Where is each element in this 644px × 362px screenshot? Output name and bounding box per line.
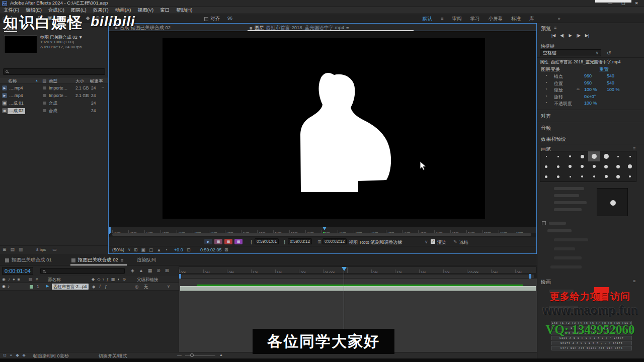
- last-frame-button[interactable]: ▶|: [585, 33, 589, 38]
- layer-switch-icons[interactable]: ◆/ƒ: [92, 284, 107, 289]
- panel-menu-icon[interactable]: ≡: [554, 25, 556, 30]
- snapshot-icon[interactable]: ⊡: [187, 247, 191, 252]
- row-name[interactable]: …成 01: [9, 101, 24, 107]
- column-parent-link[interactable]: 父级和链接: [137, 277, 158, 283]
- label-chip[interactable]: [43, 86, 46, 89]
- video-canvas[interactable]: [163, 38, 485, 219]
- workspace-menu-icon[interactable]: ≡: [441, 16, 444, 22]
- out-point-timecode[interactable]: 0:59:03:12: [288, 238, 312, 244]
- table-row[interactable]: ▶ ….mp4 Importe… 2.1 GB 24: [0, 92, 108, 100]
- timeline-option-icons[interactable]: ◈▲▦⊘⊞: [131, 268, 169, 273]
- shortcut-dropdown[interactable]: 空格键∨: [540, 49, 601, 56]
- workspace-tab-standard[interactable]: 标准: [511, 16, 521, 22]
- work-area-thumb[interactable]: [181, 275, 534, 278]
- anchor-y-value[interactable]: 540: [607, 73, 614, 78]
- caret-down-icon[interactable]: ▼: [78, 35, 83, 40]
- pickwhip-icon[interactable]: ◎: [135, 284, 138, 289]
- stopwatch-icon[interactable]: ◔: [545, 80, 547, 85]
- roto-tool-chip-icon[interactable]: ▶: [204, 239, 212, 244]
- snap-align-toggle[interactable]: 对齐: [204, 16, 220, 22]
- chevron-down-icon[interactable]: ∨: [167, 284, 170, 289]
- rotation-value[interactable]: 0x+0°: [584, 94, 596, 99]
- prev-frame-button[interactable]: ◀|: [560, 33, 564, 38]
- twirl-icon[interactable]: ▶: [46, 284, 49, 288]
- panel-menu-icon[interactable]: ≡: [633, 279, 635, 284]
- menu-item-help[interactable]: 帮助(H): [176, 7, 192, 14]
- work-area-start-marker[interactable]: [179, 274, 181, 279]
- scale-y-value[interactable]: 100 %: [607, 87, 620, 92]
- trash-icon[interactable]: ▭: [52, 247, 57, 252]
- tab-comp-02[interactable]: 抠图已关联合成 02≡: [71, 257, 123, 263]
- timeline-current-time[interactable]: 0:00:01:04: [2, 267, 33, 275]
- project-table-header[interactable]: 名称 ▲ ▤ 类型 大小 帧速率: [0, 77, 108, 84]
- zoom-slider-knob[interactable]: [190, 353, 194, 357]
- stopwatch-icon[interactable]: ◔: [545, 87, 547, 92]
- column-size[interactable]: 大小: [75, 78, 84, 84]
- workspace-tab-learn[interactable]: 学习: [470, 16, 480, 22]
- work-area-bar[interactable]: [179, 274, 537, 279]
- table-row-selected[interactable]: ▦ …成 02 合成 24: [0, 107, 108, 115]
- panel-menu-icon[interactable]: ≡: [633, 146, 635, 151]
- brush-spacing-checkbox[interactable]: [542, 221, 546, 225]
- row-name[interactable]: …成 02: [8, 108, 25, 114]
- play-button[interactable]: ▶: [569, 33, 572, 38]
- menu-item-effect[interactable]: 效果(T): [93, 7, 109, 14]
- overlay-chip-icon[interactable]: ▦: [234, 239, 243, 244]
- workspace-tab-review[interactable]: 审阅: [452, 16, 462, 22]
- link-icon[interactable]: ∞: [577, 87, 580, 92]
- menu-item-animation[interactable]: 动画(A): [115, 7, 131, 14]
- scale-x-value[interactable]: 100 %: [584, 87, 597, 92]
- chevron-down-icon[interactable]: ∨: [128, 247, 131, 252]
- view-mode-dropdown[interactable]: Roto 笔刷和调整边缘: [360, 239, 403, 246]
- opacity-value[interactable]: 100 %: [584, 101, 597, 106]
- alpha-chip-icon[interactable]: ▦: [224, 239, 232, 244]
- region-icon[interactable]: ⊠: [224, 247, 228, 252]
- zoom-in-icon[interactable]: ▲: [219, 353, 223, 356]
- position-x-value[interactable]: 960: [584, 80, 592, 85]
- color-depth-button[interactable]: 8 bpc: [36, 247, 46, 252]
- panel-menu-icon[interactable]: ≡: [121, 257, 124, 263]
- stopwatch-icon[interactable]: ◔: [545, 73, 547, 78]
- table-row[interactable]: ▶ ….mp4 Importe… 2.1 GB 24 ◦◦: [0, 84, 108, 92]
- brush-preset-grid[interactable]: [540, 151, 636, 182]
- label-chip[interactable]: [43, 102, 46, 105]
- menu-item-window[interactable]: 窗口: [160, 7, 170, 14]
- column-source-name[interactable]: 源名称: [48, 277, 61, 283]
- duration-timecode[interactable]: 0:00:02:12: [323, 238, 347, 244]
- label-chip[interactable]: [43, 109, 46, 112]
- layer-name[interactable]: 西虹市首富-2...p4: [52, 284, 89, 290]
- parent-dropdown[interactable]: 无: [144, 284, 148, 290]
- project-search-input[interactable]: [3, 68, 105, 75]
- matte-chip-icon[interactable]: ▦: [214, 239, 222, 244]
- audio-icon[interactable]: ♪: [8, 284, 10, 289]
- workspace-tab-default[interactable]: 默认: [423, 16, 432, 22]
- stopwatch-icon[interactable]: ◔: [545, 94, 547, 99]
- timeline-search-input[interactable]: [40, 268, 125, 274]
- reset-transform-button[interactable]: 重置: [599, 66, 609, 73]
- stopwatch-icon[interactable]: ◔: [545, 101, 547, 105]
- layer-playhead-icon[interactable]: [323, 227, 327, 230]
- row-name[interactable]: ….mp4: [9, 85, 23, 90]
- in-point-timecode[interactable]: 0:59:01:01: [255, 238, 279, 244]
- zoom-out-icon[interactable]: —: [177, 353, 182, 358]
- position-y-value[interactable]: 540: [607, 80, 614, 85]
- tab-render-queue[interactable]: 渲染队列: [137, 257, 156, 263]
- timeline-zoom-slider[interactable]: [185, 355, 215, 356]
- eye-icon[interactable]: ◉: [2, 284, 6, 289]
- layer-row[interactable]: ◉ ♪ 1 ▶ 西虹市首富-2...p4 ◆/ƒ ◎ 无 ∨: [0, 283, 179, 291]
- table-row[interactable]: ▦ …成 01 合成 24: [0, 100, 108, 107]
- close-button[interactable]: ✕: [630, 0, 643, 7]
- exposure-value[interactable]: +0.0: [174, 247, 183, 252]
- column-name[interactable]: 名称: [8, 78, 17, 84]
- anchor-x-value[interactable]: 960: [584, 73, 592, 78]
- freeze-button[interactable]: 冻结: [459, 239, 468, 246]
- label-chip[interactable]: [43, 94, 46, 97]
- menu-item-view[interactable]: 视图(V): [137, 7, 153, 14]
- status-icons[interactable]: ⊡≡◆◈: [3, 353, 26, 357]
- panel-preview-title[interactable]: 预览: [541, 25, 551, 32]
- column-frame-rate[interactable]: 帧速率: [90, 78, 103, 84]
- panel-paint-header[interactable]: 绘画: [541, 279, 551, 286]
- align-checkbox[interactable]: [204, 17, 208, 21]
- sort-arrow-icon[interactable]: ▲: [35, 79, 38, 82]
- zoom-level-dropdown[interactable]: (50%): [112, 247, 124, 252]
